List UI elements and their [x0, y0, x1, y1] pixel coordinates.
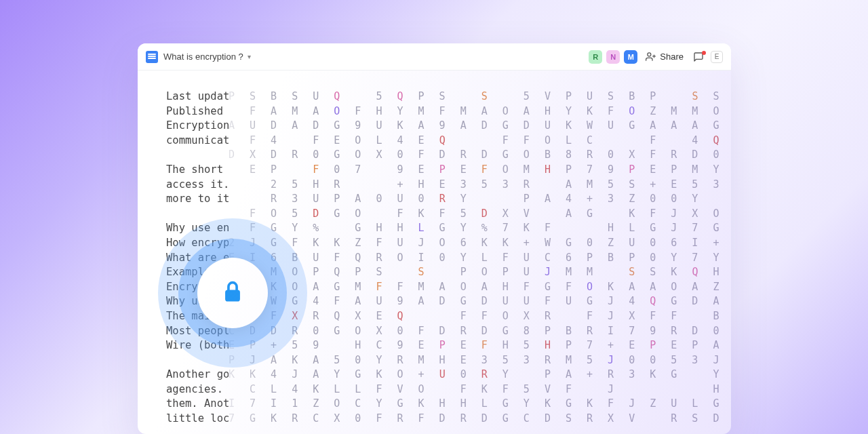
plaintext-column: Last update o Published on Encryption is… — [166, 90, 229, 427]
document-body: Last update o Published on Encryption is… — [138, 71, 731, 434]
share-icon — [646, 52, 656, 62]
notification-dot — [702, 51, 706, 55]
document-icon — [146, 51, 158, 63]
chevron-down-icon: ▾ — [248, 53, 251, 60]
topbar: What is encryption ? ▾ R N M Share — [138, 43, 731, 71]
avatar[interactable]: N — [606, 50, 620, 64]
collaborator-avatars: R N M — [589, 50, 637, 64]
share-button[interactable]: Share — [643, 52, 686, 62]
current-user-avatar[interactable]: E — [711, 51, 723, 63]
avatar[interactable]: R — [589, 50, 602, 64]
svg-point-0 — [648, 53, 651, 56]
ciphertext-grid: P S B S U Q 5 Q P S S 5 V P U S B P S S … — [229, 90, 731, 427]
comments-button[interactable] — [692, 52, 705, 62]
share-label: Share — [660, 52, 684, 62]
document-card: What is encryption ? ▾ R N M Share — [138, 43, 731, 434]
document-title: What is encryption ? — [163, 52, 243, 62]
document-title-dropdown[interactable]: What is encryption ? ▾ — [163, 52, 251, 62]
avatar[interactable]: M — [624, 50, 637, 64]
